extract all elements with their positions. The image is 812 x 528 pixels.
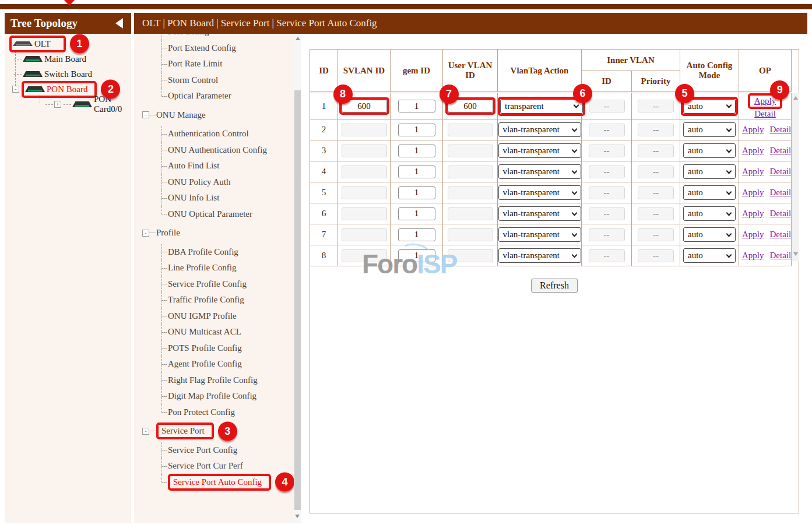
gem-id-input[interactable] xyxy=(398,249,435,262)
gem-id-input[interactable] xyxy=(398,166,435,178)
apply-link[interactable]: Apply xyxy=(742,230,764,239)
inner-vlan-id-field[interactable] xyxy=(589,124,625,136)
auto-config-mode-select[interactable]: auto xyxy=(683,143,736,158)
menu-scrollbar[interactable] xyxy=(294,34,301,523)
scroll-up-icon[interactable] xyxy=(793,96,798,100)
inner-vlan-id-field[interactable] xyxy=(589,145,625,157)
tree-expander-icon[interactable]: + xyxy=(54,101,61,108)
menu-item-onu-igmp-profile[interactable]: ONU IGMP Profile xyxy=(134,308,294,325)
gem-id-input[interactable] xyxy=(398,207,435,220)
gem-id-input[interactable] xyxy=(398,124,435,136)
menu-item-port-extend-config[interactable]: Port Extend Config xyxy=(134,40,294,57)
detail-link[interactable]: Detail xyxy=(770,209,792,218)
menu-item-service-port-auto-config[interactable]: Service Port Auto Config4 xyxy=(134,474,294,491)
vlantag-action-select[interactable]: vlan-transparent xyxy=(498,206,581,221)
refresh-button[interactable]: Refresh xyxy=(531,279,578,293)
svlan-id-input[interactable] xyxy=(342,124,387,136)
menu-item-right-flag-profile-config[interactable]: Right Flag Profile Config xyxy=(134,372,294,389)
menu-item-dba-profile-config[interactable]: DBA Profile Config xyxy=(134,244,294,261)
menu-item-pots-profile-config[interactable]: POTS Profile Config xyxy=(134,340,294,357)
vlantag-action-select[interactable]: vlan-transparent xyxy=(498,122,581,137)
svlan-id-input[interactable] xyxy=(342,166,387,178)
scroll-down-icon[interactable] xyxy=(295,515,300,518)
user-vlan-id-input[interactable] xyxy=(448,186,493,199)
inner-vlan-priority-field[interactable] xyxy=(638,228,674,241)
sidebar-tree-item-main-board[interactable]: Main Board xyxy=(5,51,131,66)
inner-vlan-id-field[interactable] xyxy=(589,100,625,112)
detail-link[interactable]: Detail xyxy=(754,109,776,118)
vlantag-action-select[interactable]: vlan-transparent xyxy=(498,143,581,158)
detail-link[interactable]: Detail xyxy=(770,167,792,176)
apply-link[interactable]: Apply xyxy=(742,188,764,197)
menu-item-onu-info-list[interactable]: ONU Info List xyxy=(134,190,294,206)
vlantag-action-select[interactable]: transparent xyxy=(500,99,583,114)
user-vlan-id-input[interactable] xyxy=(448,228,493,241)
detail-link[interactable]: Detail xyxy=(770,146,792,155)
svlan-id-input[interactable] xyxy=(342,228,387,241)
scroll-up-icon[interactable] xyxy=(296,37,300,40)
auto-config-mode-select[interactable]: auto xyxy=(683,227,736,242)
vlantag-action-select[interactable]: vlan-transparent xyxy=(498,248,581,263)
detail-link[interactable]: Detail xyxy=(770,125,792,134)
auto-config-mode-select[interactable]: auto xyxy=(683,248,736,263)
sidebar-tree-item-pon-card0-0[interactable]: +PON Card0/0 xyxy=(5,97,131,112)
menu-expander-icon[interactable]: - xyxy=(142,230,149,237)
menu-item-port-rate-limit[interactable]: Port Rate Limit xyxy=(134,56,294,72)
apply-link[interactable]: Apply xyxy=(742,209,764,218)
inner-vlan-id-field[interactable] xyxy=(589,186,625,199)
inner-vlan-priority-field[interactable] xyxy=(638,100,674,112)
menu-expander-icon[interactable]: - xyxy=(142,428,149,435)
user-vlan-id-input[interactable] xyxy=(448,166,493,178)
gem-id-input[interactable] xyxy=(398,186,435,199)
detail-link[interactable]: Detail xyxy=(770,251,792,260)
menu-expander-icon[interactable]: - xyxy=(142,111,149,118)
inner-vlan-priority-field[interactable] xyxy=(638,207,674,220)
menu-item-onu-manage[interactable]: -ONU Manage xyxy=(134,107,294,124)
menu-item-service-profile-config[interactable]: Service Profile Config xyxy=(134,276,294,293)
inner-vlan-id-field[interactable] xyxy=(589,166,625,178)
inner-vlan-id-field[interactable] xyxy=(589,228,625,241)
auto-config-mode-select[interactable]: auto xyxy=(683,122,736,137)
user-vlan-id-input[interactable] xyxy=(448,145,493,157)
inner-vlan-id-field[interactable] xyxy=(589,249,625,262)
svlan-id-input[interactable] xyxy=(342,249,387,262)
menu-item-service-port-cur-perf[interactable]: Service Port Cur Perf xyxy=(134,458,294,474)
menu-item-profile[interactable]: -Profile xyxy=(134,225,294,241)
svlan-id-input[interactable] xyxy=(342,186,387,199)
sidebar-tree-item-olt[interactable]: OLT1 xyxy=(5,36,131,51)
vlantag-action-select[interactable]: vlan-transparent xyxy=(498,164,581,179)
apply-link[interactable]: Apply xyxy=(754,96,776,105)
collapse-panel-icon[interactable] xyxy=(115,18,123,29)
apply-link[interactable]: Apply xyxy=(742,251,764,260)
inner-vlan-priority-field[interactable] xyxy=(638,249,674,262)
user-vlan-id-input[interactable] xyxy=(448,249,493,262)
inner-vlan-priority-field[interactable] xyxy=(638,124,674,136)
menu-item-port-config[interactable]: Port Config xyxy=(134,34,294,40)
apply-link[interactable]: Apply xyxy=(742,146,764,155)
inner-vlan-priority-field[interactable] xyxy=(638,145,674,157)
detail-link[interactable]: Detail xyxy=(770,188,792,197)
user-vlan-id-input[interactable] xyxy=(448,124,493,136)
apply-link[interactable]: Apply xyxy=(742,125,764,134)
gem-id-input[interactable] xyxy=(398,100,435,112)
menu-item-onu-policy-auth[interactable]: ONU Policy Auth xyxy=(134,174,294,191)
menu-item-storm-control[interactable]: Storm Control xyxy=(134,72,294,89)
menu-item-traffic-profile-config[interactable]: Traffic Profile Config xyxy=(134,292,294,308)
vlantag-action-select[interactable]: vlan-transparent xyxy=(498,227,581,242)
tree-expander-icon[interactable]: - xyxy=(12,86,19,93)
auto-config-mode-select[interactable]: auto xyxy=(683,185,736,200)
scroll-down-icon[interactable] xyxy=(793,252,798,256)
auto-config-mode-select[interactable]: auto xyxy=(683,164,736,179)
menu-item-agent-profile-config[interactable]: Agent Profile Config xyxy=(134,356,294,372)
detail-link[interactable]: Detail xyxy=(770,230,792,239)
inner-vlan-priority-field[interactable] xyxy=(638,186,674,199)
apply-link[interactable]: Apply xyxy=(742,167,764,176)
gem-id-input[interactable] xyxy=(398,145,435,157)
menu-item-authentication-control[interactable]: Authentication Control xyxy=(134,126,294,142)
menu-item-service-port-config[interactable]: Service Port Config xyxy=(134,442,294,459)
table-scrollbar[interactable] xyxy=(792,93,799,261)
inner-vlan-priority-field[interactable] xyxy=(638,166,674,178)
menu-item-onu-optical-parameter[interactable]: ONU Optical Parameter xyxy=(134,206,294,223)
menu-item-service-port[interactable]: -Service Port3 xyxy=(134,423,294,439)
menu-item-digit-map-profile-config[interactable]: Digit Map Profile Config xyxy=(134,388,294,404)
